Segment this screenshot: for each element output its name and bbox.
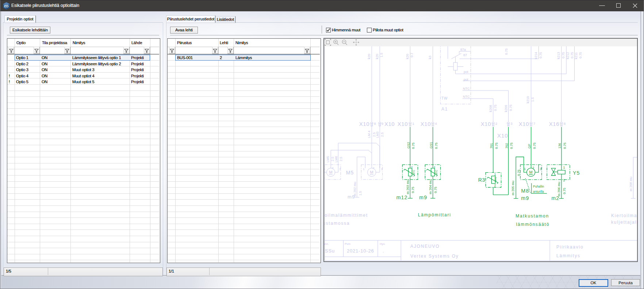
svg-text:+: + (411, 165, 413, 169)
svg-text:Puhallin: Puhallin (533, 185, 544, 188)
svg-text:0.75: 0.75 (539, 52, 543, 58)
svg-text:2: 2 (494, 184, 496, 187)
svg-text:GP: GP (528, 144, 531, 149)
svg-text:2: 2 (563, 178, 565, 182)
svg-text:.: . (383, 248, 384, 254)
svg-text:k3: k3 (428, 55, 432, 59)
svg-text:2.5: 2.5 (331, 157, 334, 161)
svg-text:k20: k20 (375, 54, 379, 59)
svg-text:2.5: 2.5 (380, 132, 384, 137)
svg-text:toilmalämmittimet: toilmalämmittimet (324, 213, 368, 218)
svg-text:702: 702 (505, 143, 509, 149)
svg-text:87a: 87a (460, 48, 466, 51)
svg-text:0.75: 0.75 (579, 52, 582, 58)
svg-text:0.75: 0.75 (517, 169, 521, 176)
svg-text:k209: k209 (504, 105, 508, 112)
svg-text:M: M (370, 170, 373, 174)
svg-text:1: 1 (363, 167, 365, 171)
svg-text:NTC: NTC (463, 87, 470, 90)
svg-text:87: 87 (463, 53, 467, 57)
svg-text:m 206 mu: m 206 mu (557, 182, 561, 196)
svg-text:0.75: 0.75 (561, 52, 565, 58)
svg-text:X10: X10 (519, 121, 529, 127)
svg-text:m9: m9 (521, 195, 529, 201)
svg-text:0.75: 0.75 (509, 104, 513, 111)
svg-text:X16: X16 (549, 121, 559, 127)
svg-text:0.75: 0.75 (411, 186, 415, 193)
svg-text:kuljettajall: kuljettajall (611, 220, 637, 225)
svg-text:Y5: Y5 (573, 170, 580, 176)
svg-text:2: 2 (495, 122, 497, 126)
svg-text:k211: k211 (574, 52, 578, 59)
svg-text:1: 1 (524, 167, 526, 171)
svg-text:Lämpömittari: Lämpömittari (418, 212, 451, 217)
svg-text:136: 136 (558, 143, 561, 149)
svg-text:m 204 mu: m 204 mu (429, 180, 432, 194)
svg-text:anturilla: anturilla (533, 190, 544, 193)
svg-text:0.75: 0.75 (510, 142, 513, 149)
svg-text:Matkustamon: Matkustamon (515, 213, 549, 219)
svg-text:Piirikaavio: Piirikaavio (556, 244, 584, 250)
svg-text:m 202 mu: m 202 mu (353, 182, 357, 196)
svg-text:3: 3 (540, 167, 542, 171)
svg-text:0.75: 0.75 (495, 142, 498, 149)
svg-text:8: 8 (564, 122, 566, 126)
svg-text:Hyv.: Hyv. (380, 242, 385, 246)
svg-text:7: 7 (533, 122, 535, 126)
svg-text:pot: pot (464, 70, 468, 74)
svg-text:2021-10-26: 2021-10-26 (347, 248, 374, 254)
svg-text:M8: M8 (521, 188, 529, 194)
svg-text:1.5: 1.5 (359, 191, 362, 196)
svg-text:0.75: 0.75 (533, 142, 536, 149)
svg-text:9: 9 (382, 122, 383, 126)
svg-text:M: M (529, 170, 533, 174)
svg-text:M: M (329, 170, 332, 174)
svg-text:m 208 mu: m 208 mu (629, 177, 633, 191)
svg-text:LM5: LM5 (326, 156, 330, 162)
svg-text:LM6: LM6 (334, 156, 338, 162)
svg-text:0.75: 0.75 (434, 142, 438, 149)
svg-text:4: 4 (435, 122, 437, 126)
svg-text:1: 1 (494, 173, 496, 176)
svg-text:GS2: GS2 (407, 142, 410, 149)
svg-text:LM 4: LM 4 (367, 131, 371, 138)
svg-text:m12: m12 (396, 194, 408, 200)
svg-text:k208: k208 (489, 105, 492, 112)
svg-text:unn.: unn. (324, 242, 329, 246)
svg-text:701: 701 (490, 143, 493, 149)
svg-text:k20: k20 (367, 54, 371, 59)
svg-text:1: 1 (324, 167, 326, 171)
svg-text:X10: X10 (481, 121, 491, 127)
svg-text:0.75: 0.75 (570, 52, 574, 58)
svg-text:k212: k212 (566, 52, 570, 59)
svg-text:0.75: 0.75 (434, 186, 437, 193)
svg-text:TW: TW (441, 96, 448, 100)
svg-text:X10: X10 (398, 121, 408, 127)
svg-text:3: 3 (339, 167, 341, 171)
svg-text:2: 2 (532, 166, 534, 170)
svg-text:0.75: 0.75 (563, 188, 566, 194)
svg-text:A1: A1 (441, 107, 448, 112)
svg-text:2: 2 (332, 166, 334, 170)
svg-text:m 203 mu: m 203 mu (406, 180, 410, 194)
svg-text:0.75: 0.75 (563, 142, 567, 149)
svg-text:Vertex Systems Oy: Vertex Systems Oy (410, 254, 459, 259)
svg-text:X10: X10 (384, 121, 395, 127)
svg-text:0.75: 0.75 (411, 142, 415, 149)
svg-text:k214: k214 (534, 52, 538, 59)
svg-text:ED: ED (4, 4, 9, 8)
svg-text:1: 1 (563, 166, 565, 169)
svg-text:1: 1 (413, 122, 414, 126)
svg-text:Lämmitys: Lämmitys (556, 253, 580, 258)
svg-text:0.7: 0.7 (410, 53, 414, 57)
svg-text:NTC: NTC (435, 170, 438, 175)
svg-text:SSu: SSu (325, 248, 335, 254)
svg-text:+: + (434, 165, 436, 169)
svg-text:M5: M5 (346, 170, 354, 176)
svg-text:3: 3 (381, 167, 383, 171)
svg-text:Pvm: Pvm (345, 242, 350, 246)
svg-text:2.5: 2.5 (339, 157, 343, 161)
svg-text:1.5: 1.5 (380, 53, 383, 57)
svg-text:LM3: LM3 (376, 131, 379, 138)
svg-text:k213: k213 (557, 52, 560, 59)
